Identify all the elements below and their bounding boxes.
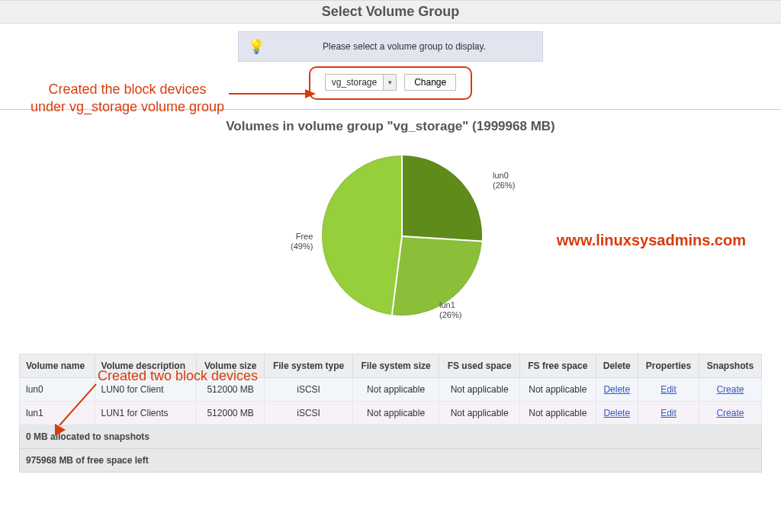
change-button[interactable]: Change xyxy=(404,74,456,91)
cell-desc: LUN1 for Clients xyxy=(95,402,196,425)
annotation-vg: Created the block devices under vg_stora… xyxy=(17,81,238,115)
col-fs-size: File system size xyxy=(352,354,439,378)
cell-used: Not applicable xyxy=(439,402,520,425)
cell-free: Not applicable xyxy=(520,378,596,402)
page-title: Select Volume Group xyxy=(0,4,781,20)
footer-freespace-text: 975968 MB of free space left xyxy=(20,449,762,473)
annotation-devices: Created two block devices xyxy=(98,367,258,385)
cell-used: Not applicable xyxy=(439,378,520,402)
watermark-text: www.linuxsysadmins.com xyxy=(557,232,746,249)
footer-snapshots-text: 0 MB allocated to snapshots xyxy=(20,425,762,449)
cell-fssize: Not applicable xyxy=(352,402,439,425)
chart-area: lun0 (26%) lun1 (26%) Free (49%) www.lin… xyxy=(0,140,781,346)
cell-name: lun1 xyxy=(20,402,95,425)
edit-link[interactable]: Edit xyxy=(660,408,677,418)
create-snapshot-link[interactable]: Create xyxy=(716,408,744,418)
col-delete: Delete xyxy=(596,354,638,378)
col-snapshots: Snapshots xyxy=(699,354,761,378)
chevron-down-icon: ▼ xyxy=(384,75,396,90)
col-fs-used: FS used space xyxy=(439,354,520,378)
vg-selector-panel: vg_storage ▼ Change xyxy=(309,66,472,100)
cell-fstype: iSCSI xyxy=(265,378,353,402)
pie-chart xyxy=(322,155,482,316)
col-fs-type: File system type xyxy=(265,354,353,378)
section-heading-bar: Volumes in volume group "vg_storage" (19… xyxy=(0,114,781,140)
table-footer-snapshots: 0 MB allocated to snapshots xyxy=(20,425,762,449)
col-volume-name: Volume name xyxy=(20,354,95,378)
page-title-bar: Select Volume Group xyxy=(0,0,781,24)
vg-select-value: vg_storage xyxy=(326,75,384,90)
info-banner: 💡 Please select a volume group to displa… xyxy=(238,31,543,62)
cell-fssize: Not applicable xyxy=(352,378,439,402)
arrow-icon xyxy=(229,85,317,102)
col-properties: Properties xyxy=(638,354,699,378)
table-row: lun1 LUN1 for Clients 512000 MB iSCSI No… xyxy=(20,402,762,425)
cell-name: lun0 xyxy=(20,378,95,402)
section-heading: Volumes in volume group "vg_storage" (19… xyxy=(0,119,781,134)
delete-link[interactable]: Delete xyxy=(603,408,630,418)
delete-link[interactable]: Delete xyxy=(603,384,630,395)
col-fs-free: FS free space xyxy=(520,354,596,378)
table-footer-freespace: 975968 MB of free space left xyxy=(20,449,762,473)
create-snapshot-link[interactable]: Create xyxy=(716,384,744,395)
cell-fstype: iSCSI xyxy=(265,402,353,425)
pie-label-free: Free (49%) xyxy=(291,232,313,252)
cell-size: 512000 MB xyxy=(196,402,264,425)
pie-label-lun1: lun1 (26%) xyxy=(439,300,461,320)
vg-select[interactable]: vg_storage ▼ xyxy=(325,74,397,91)
info-message: Please select a volume group to display. xyxy=(274,41,535,52)
cell-free: Not applicable xyxy=(520,402,596,425)
lightbulb-icon: 💡 xyxy=(246,38,266,55)
pie-label-lun0: lun0 (26%) xyxy=(493,171,515,191)
edit-link[interactable]: Edit xyxy=(660,384,677,395)
